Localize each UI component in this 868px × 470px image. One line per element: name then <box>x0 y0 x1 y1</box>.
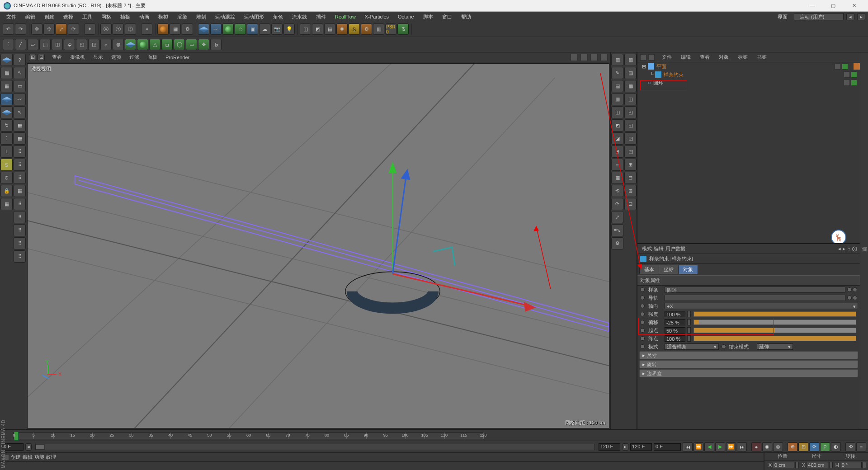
spline-link-field[interactable]: 圆环 <box>665 287 845 293</box>
rt2-d[interactable]: ◫ <box>624 93 637 105</box>
mode-combo[interactable]: 适合样条▾ <box>665 343 719 350</box>
layout-prev-button[interactable]: ◂ <box>846 13 854 20</box>
pattern-a[interactable]: ⠿ <box>14 146 26 158</box>
menu-xparticles[interactable]: X-Particles <box>361 13 392 20</box>
make-editable-button[interactable] <box>0 54 13 66</box>
rail-picker[interactable] <box>847 296 852 300</box>
menu-help[interactable]: 帮助 <box>458 13 475 21</box>
to-slider[interactable] <box>693 336 856 341</box>
rt-k[interactable]: ⟳ <box>611 198 623 210</box>
vp-menu-camera[interactable]: 摄像机 <box>66 53 89 61</box>
render-pv-button[interactable]: ▦ <box>170 24 181 35</box>
object-row-plane[interactable]: ⊟ 平面 <box>637 62 860 70</box>
om-menu-bookmarks[interactable]: 书签 <box>753 53 770 61</box>
rt2-j[interactable]: ⊟ <box>624 172 637 184</box>
object-manager[interactable]: ⊟ 平面 └ 样条约束 ○ 圆环 🦌 <box>637 62 860 243</box>
viewport[interactable]: 透视视图 <box>27 63 609 428</box>
axis-x-button[interactable]: Ⓧ <box>100 24 112 35</box>
soundwave-button[interactable]: S <box>349 24 360 35</box>
am-menu-userdata[interactable]: 用户数据 <box>665 245 685 252</box>
mm-menu-func[interactable]: 功能 <box>34 454 44 461</box>
menu-pipeline[interactable]: 流水线 <box>288 13 311 21</box>
pattern-e[interactable]: ⠿ <box>14 198 26 210</box>
next-key-button[interactable]: ⏩ <box>726 442 736 451</box>
vp-menu-panel[interactable]: 面板 <box>144 53 161 61</box>
menu-tools[interactable]: 工具 <box>79 13 96 21</box>
prev-key-button[interactable]: ⏪ <box>693 442 703 451</box>
record-button[interactable]: ● <box>751 442 761 451</box>
om-icon-a[interactable] <box>640 54 646 61</box>
workplane-button[interactable]: ▦ <box>0 80 13 92</box>
modeling-c[interactable]: ⬙ <box>64 39 75 50</box>
collapse-rotation[interactable]: 旋转 <box>639 360 858 368</box>
strength-slider[interactable] <box>693 311 856 317</box>
om-menu-view[interactable]: 查看 <box>696 53 713 61</box>
rt-j[interactable]: ⟲ <box>611 185 623 197</box>
rect-select-button[interactable]: ▭ <box>14 80 26 92</box>
om-menu-tags[interactable]: 标签 <box>734 53 751 61</box>
rt-a[interactable]: ▧ <box>611 54 623 66</box>
range-slider[interactable] <box>35 444 595 450</box>
render-settings-button[interactable]: ⚙ <box>182 24 193 35</box>
vp-zoom-icon[interactable] <box>580 54 588 61</box>
vp-menu-view[interactable]: 查看 <box>48 53 66 61</box>
minimize-button[interactable]: ― <box>802 0 823 12</box>
vp-menu-prorender[interactable]: ProRender <box>162 54 193 61</box>
menu-simulate[interactable]: 模拟 <box>155 13 172 21</box>
axis-z-button[interactable]: Ⓩ <box>125 24 136 35</box>
modeling-b[interactable]: ◫ <box>52 39 63 50</box>
coord-system-button[interactable]: ⌖ <box>141 24 152 35</box>
vp-menu-filter[interactable]: 过滤 <box>126 53 143 61</box>
axis-y-button[interactable]: Ⓨ <box>113 24 124 35</box>
modeling-g[interactable]: ◍ <box>113 39 124 50</box>
menu-script[interactable]: 脚本 <box>420 13 437 21</box>
rt2-i[interactable]: ⊞ <box>624 159 637 171</box>
autokey-button[interactable]: ◉ <box>762 442 772 451</box>
poly-mode-button[interactable]: S <box>0 159 13 171</box>
timeline-ruler[interactable]: 0510152025303540455055606570758085909510… <box>0 430 868 441</box>
range-end-next[interactable]: ▸ <box>622 443 628 451</box>
menu-edit[interactable]: 编辑 <box>22 13 39 21</box>
collapse-size[interactable]: 尺寸 <box>639 351 858 359</box>
content-browser-button[interactable]: ▤ <box>324 24 335 35</box>
help-button[interactable]: ? <box>14 54 26 66</box>
menu-select[interactable]: 选择 <box>60 13 77 21</box>
menu-snap[interactable]: 捕捉 <box>117 13 134 21</box>
rail-link-field[interactable] <box>665 295 845 301</box>
menu-mograph[interactable]: 运动图形 <box>241 13 268 21</box>
vp-pan-icon[interactable] <box>571 54 578 61</box>
mm-menu-edit[interactable]: 编辑 <box>23 454 33 461</box>
menu-octane[interactable]: Octane <box>394 13 417 20</box>
from-spinner[interactable] <box>687 327 691 334</box>
vp-menu-options[interactable]: 选项 <box>108 53 125 61</box>
modeling-a[interactable]: ⬚ <box>39 39 51 50</box>
goto-end-button[interactable]: ⏭ <box>737 442 747 451</box>
menu-tracker[interactable]: 运动跟踪 <box>212 13 239 21</box>
menu-plugins[interactable]: 插件 <box>312 13 330 21</box>
primitive-cylinder[interactable]: ◘ <box>161 39 173 50</box>
bake-button[interactable]: ẞ <box>397 24 409 35</box>
primitive-misc[interactable]: ❖ <box>198 39 209 50</box>
key-rot-button[interactable]: ⟳ <box>809 442 819 451</box>
from-slider[interactable] <box>693 328 856 333</box>
key-scale-button[interactable]: ⊡ <box>798 442 808 451</box>
rt-b[interactable]: ▤ <box>611 80 623 92</box>
menu-file[interactable]: 文件 <box>3 13 20 21</box>
add-camera-button[interactable]: 📷 <box>271 24 283 35</box>
pattern-c[interactable]: ⠿ <box>14 172 26 184</box>
mm-menu-create[interactable]: 创建 <box>11 454 21 461</box>
lock-button[interactable]: 🔒 <box>0 185 13 197</box>
menu-animate[interactable]: 动画 <box>136 13 153 21</box>
menu-render[interactable]: 渲染 <box>174 13 191 21</box>
rt-i[interactable]: ▦ <box>611 172 623 184</box>
primitive-plane[interactable]: ▭ <box>186 39 197 50</box>
pattern-d[interactable]: ▦ <box>14 185 26 197</box>
xpresso-button[interactable]: ◫ <box>300 24 311 35</box>
layout-combo[interactable]: 启动 (用户) <box>794 13 844 20</box>
range-end-input[interactable]: 120 F <box>630 443 652 451</box>
spline-picker[interactable] <box>847 287 852 292</box>
primitive-cube[interactable] <box>125 39 136 50</box>
mm-menu-tex[interactable]: 纹理 <box>46 454 56 461</box>
texture-mode-button[interactable]: ▩ <box>0 67 13 79</box>
menu-create[interactable]: 创建 <box>41 13 58 21</box>
